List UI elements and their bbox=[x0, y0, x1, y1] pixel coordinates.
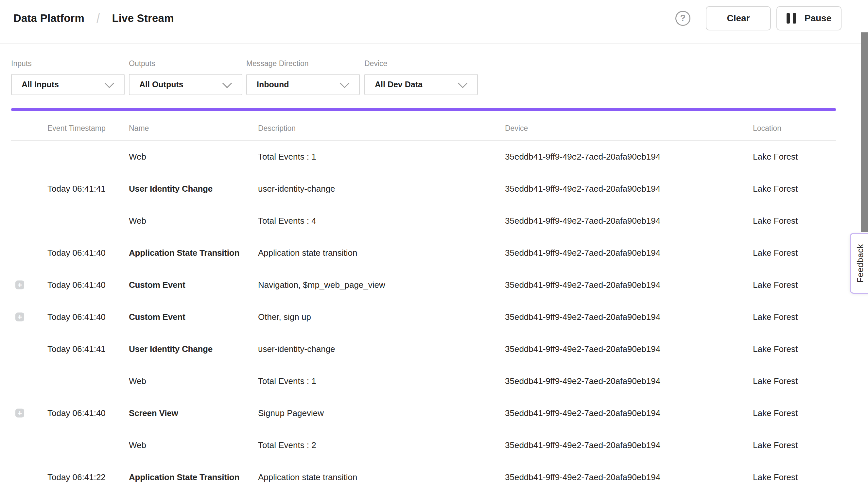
table-row[interactable]: Web Total Events : 1 35eddb41-9ff9-49e2-… bbox=[0, 141, 868, 173]
filter-bar: Inputs All Inputs Outputs All Outputs Me… bbox=[0, 60, 868, 107]
event-location: Lake Forest bbox=[753, 216, 864, 226]
filter-label-inputs: Inputs bbox=[11, 60, 125, 67]
event-description: Total Events : 1 bbox=[258, 152, 503, 162]
event-device: 35eddb41-9ff9-49e2-7aed-20afa90eb194 bbox=[505, 344, 750, 354]
event-device: 35eddb41-9ff9-49e2-7aed-20afa90eb194 bbox=[505, 248, 750, 258]
event-device: 35eddb41-9ff9-49e2-7aed-20afa90eb194 bbox=[505, 184, 750, 194]
event-timestamp: Today 06:41:41 bbox=[48, 344, 126, 354]
column-header-event-timestamp: Event Timestamp bbox=[48, 117, 106, 140]
inputs-select-value: All Inputs bbox=[22, 80, 59, 89]
event-name: Application State Transition bbox=[129, 248, 256, 258]
event-timestamp: Today 06:41:40 bbox=[48, 408, 126, 418]
table-row[interactable]: Web Total Events : 4 35eddb41-9ff9-49e2-… bbox=[0, 205, 868, 237]
scrollbar-thumb[interactable] bbox=[861, 32, 868, 232]
filter-group-device: Device All Dev Data bbox=[364, 60, 478, 95]
event-location: Lake Forest bbox=[753, 440, 864, 450]
event-description: Application state transition bbox=[258, 472, 503, 482]
event-description: Signup Pageview bbox=[258, 408, 503, 418]
breadcrumb: Data Platform / Live Stream bbox=[13, 10, 174, 27]
table-row[interactable]: Today 06:41:41 User Identity Change user… bbox=[0, 173, 868, 205]
event-device: 35eddb41-9ff9-49e2-7aed-20afa90eb194 bbox=[505, 216, 750, 226]
event-device: 35eddb41-9ff9-49e2-7aed-20afa90eb194 bbox=[505, 280, 750, 290]
outputs-select[interactable]: All Outputs bbox=[129, 74, 242, 95]
event-device: 35eddb41-9ff9-49e2-7aed-20afa90eb194 bbox=[505, 472, 750, 482]
event-device: 35eddb41-9ff9-49e2-7aed-20afa90eb194 bbox=[505, 152, 750, 162]
event-description: user-identity-change bbox=[258, 184, 503, 194]
device-select-value: All Dev Data bbox=[375, 80, 423, 89]
event-name: User Identity Change bbox=[129, 184, 256, 194]
table-row[interactable]: Web Total Events : 1 35eddb41-9ff9-49e2-… bbox=[0, 365, 868, 397]
column-header-name: Name bbox=[129, 117, 149, 140]
event-name: User Identity Change bbox=[129, 344, 256, 354]
event-description: Other, sign up bbox=[258, 312, 503, 322]
event-name: Web bbox=[129, 440, 256, 450]
filter-label-device: Device bbox=[364, 60, 478, 67]
table-body: Web Total Events : 1 35eddb41-9ff9-49e2-… bbox=[0, 141, 868, 486]
clear-button[interactable]: Clear bbox=[706, 6, 771, 30]
pause-button-label: Pause bbox=[805, 13, 832, 24]
chevron-down-icon bbox=[340, 78, 350, 88]
filter-group-outputs: Outputs All Outputs bbox=[129, 60, 242, 95]
pause-icon bbox=[786, 13, 796, 24]
event-location: Lake Forest bbox=[753, 472, 864, 482]
table-row[interactable]: Web Total Events : 2 35eddb41-9ff9-49e2-… bbox=[0, 429, 868, 461]
feedback-tab-label: Feedback bbox=[855, 244, 865, 282]
event-location: Lake Forest bbox=[753, 248, 864, 258]
expand-plus-icon[interactable]: + bbox=[16, 409, 24, 418]
live-stream-page: Data Platform / Live Stream ? Clear Paus… bbox=[0, 0, 868, 486]
feedback-tab[interactable]: Feedback bbox=[850, 233, 868, 294]
accent-bar bbox=[11, 108, 836, 111]
event-location: Lake Forest bbox=[753, 152, 864, 162]
table-row[interactable]: + Today 06:41:40 Screen View Signup Page… bbox=[0, 397, 868, 429]
inputs-select[interactable]: All Inputs bbox=[11, 74, 125, 95]
table-row[interactable]: Today 06:41:40 Application State Transit… bbox=[0, 237, 868, 269]
table-row[interactable]: + Today 06:41:40 Custom Event Navigation… bbox=[0, 269, 868, 301]
help-icon[interactable]: ? bbox=[675, 11, 690, 26]
filter-label-outputs: Outputs bbox=[129, 60, 242, 67]
event-device: 35eddb41-9ff9-49e2-7aed-20afa90eb194 bbox=[505, 376, 750, 386]
pause-button[interactable]: Pause bbox=[776, 6, 841, 30]
filter-group-inputs: Inputs All Inputs bbox=[11, 60, 125, 95]
breadcrumb-section[interactable]: Data Platform bbox=[13, 12, 84, 25]
event-device: 35eddb41-9ff9-49e2-7aed-20afa90eb194 bbox=[505, 408, 750, 418]
device-select[interactable]: All Dev Data bbox=[364, 74, 478, 95]
event-location: Lake Forest bbox=[753, 344, 864, 354]
filter-label-message-direction: Message Direction bbox=[246, 60, 360, 67]
event-description: Total Events : 4 bbox=[258, 216, 503, 226]
event-name: Application State Transition bbox=[129, 472, 256, 482]
header-actions: ? Clear Pause bbox=[675, 6, 841, 30]
event-description: Total Events : 1 bbox=[258, 376, 503, 386]
event-name: Custom Event bbox=[129, 312, 256, 322]
event-timestamp: Today 06:41:40 bbox=[48, 280, 126, 290]
event-description: user-identity-change bbox=[258, 344, 503, 354]
breadcrumb-separator-icon: / bbox=[96, 10, 100, 27]
filter-group-message-direction: Message Direction Inbound bbox=[246, 60, 360, 95]
event-name: Custom Event bbox=[129, 280, 256, 290]
event-location: Lake Forest bbox=[753, 184, 864, 194]
top-header: Data Platform / Live Stream ? Clear Paus… bbox=[0, 0, 868, 43]
event-location: Lake Forest bbox=[753, 408, 864, 418]
table-header: Event Timestamp Name Description Device … bbox=[0, 117, 868, 140]
column-header-location: Location bbox=[753, 117, 781, 140]
event-name: Web bbox=[129, 152, 256, 162]
message-direction-select-value: Inbound bbox=[257, 80, 289, 89]
expand-plus-icon[interactable]: + bbox=[16, 313, 24, 322]
chevron-down-icon bbox=[105, 78, 115, 88]
column-header-description: Description bbox=[258, 117, 296, 140]
event-location: Lake Forest bbox=[753, 376, 864, 386]
chevron-down-icon bbox=[458, 78, 468, 88]
event-name: Web bbox=[129, 376, 256, 386]
table-row[interactable]: Today 06:41:22 Application State Transit… bbox=[0, 461, 868, 486]
event-timestamp: Today 06:41:41 bbox=[48, 184, 126, 194]
event-timestamp: Today 06:41:40 bbox=[48, 312, 126, 322]
event-description: Navigation, $mp_web_page_view bbox=[258, 280, 503, 290]
table-row[interactable]: + Today 06:41:40 Custom Event Other, sig… bbox=[0, 301, 868, 333]
expand-plus-icon[interactable]: + bbox=[16, 281, 24, 290]
event-device: 35eddb41-9ff9-49e2-7aed-20afa90eb194 bbox=[505, 440, 750, 450]
event-location: Lake Forest bbox=[753, 280, 864, 290]
message-direction-select[interactable]: Inbound bbox=[246, 74, 360, 95]
event-device: 35eddb41-9ff9-49e2-7aed-20afa90eb194 bbox=[505, 312, 750, 322]
column-header-device: Device bbox=[505, 117, 528, 140]
table-row[interactable]: Today 06:41:41 User Identity Change user… bbox=[0, 333, 868, 365]
breadcrumb-current: Live Stream bbox=[112, 12, 174, 25]
